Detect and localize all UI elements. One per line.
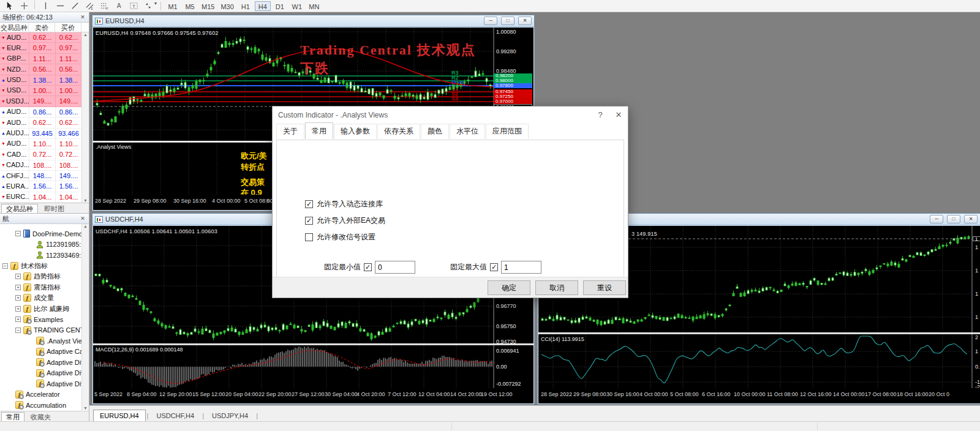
minimize-button[interactable]: ─ <box>484 17 497 25</box>
timeframe-m30[interactable]: M30 <box>218 1 236 11</box>
dialog-tab-1[interactable]: 常用 <box>305 122 333 139</box>
horizontal-line-icon[interactable] <box>53 1 67 11</box>
dialog-tab-6[interactable]: 应用范围 <box>486 124 529 139</box>
navigator-header[interactable]: 航 ✕ <box>0 214 89 224</box>
collapse-icon[interactable]: − <box>15 328 21 333</box>
fixed-max-input[interactable] <box>501 261 541 274</box>
market-row[interactable]: ▼AUD...0.62...0.62... <box>0 118 81 128</box>
tree-item[interactable]: −fTRADING CENTR <box>0 325 81 336</box>
market-row[interactable]: ▼AUD...1.10...1.10... <box>0 139 81 149</box>
expand-icon[interactable]: + <box>15 306 21 312</box>
timeframe-h4[interactable]: H4 <box>255 1 271 11</box>
market-row[interactable]: ▼CADJ...108....108.... <box>0 160 81 171</box>
scroll-down-icon[interactable]: ▼ <box>83 406 88 410</box>
chart-tab-usdjpy-h4[interactable]: USDJPY,H4 <box>205 410 255 421</box>
market-watch-scrollbar[interactable]: ▲▼ <box>81 32 89 203</box>
market-row[interactable]: ▼GBP...1.11...1.11... <box>0 54 81 64</box>
market-row[interactable]: ▲AUDJ...93.44593.466 <box>0 129 81 139</box>
window-titlebar[interactable]: EURUSD,H4 ─ □ ✕ <box>92 15 534 27</box>
navigator-tab-0[interactable]: 常用 <box>1 412 24 421</box>
checkbox-checked[interactable]: ✓ <box>305 217 313 225</box>
tree-item[interactable]: +f震荡指标 <box>0 282 81 293</box>
tree-item[interactable]: f.Analyst View <box>0 335 81 347</box>
column-ask[interactable]: 买价 <box>55 23 81 32</box>
tree-item[interactable]: fAdaptive Div <box>0 378 81 389</box>
maximize-button[interactable]: □ <box>501 17 514 25</box>
chart-tab-eurusd-h4[interactable]: EURUSD,H4 <box>93 410 146 421</box>
tree-item[interactable]: fAccelerator <box>0 389 81 400</box>
market-row[interactable]: ▼NZD...0.56...0.56... <box>0 64 81 75</box>
market-row[interactable]: ▲CHFJ...148....149.... <box>0 171 81 181</box>
market-row[interactable]: ▼USDJ...149....149.... <box>0 96 81 107</box>
dialog-tab-2[interactable]: 输入参数 <box>334 124 377 139</box>
market-watch-header[interactable]: 场报价: 06:42:13 ✕ <box>0 12 89 23</box>
pane-splitter[interactable] <box>93 343 533 345</box>
chart-tab-usdchf-h4[interactable]: USDCHF,H4 <box>149 410 201 421</box>
reset-button[interactable]: 重设 <box>583 280 626 295</box>
arrows-icon[interactable] <box>141 1 155 11</box>
fixed-max-checkbox[interactable]: ✓ <box>490 263 498 271</box>
tree-item[interactable]: fAdaptive Ca <box>0 347 81 358</box>
dialog-tab-3[interactable]: 依存关系 <box>377 124 420 139</box>
close-button[interactable]: ✕ <box>964 215 978 223</box>
tree-item[interactable]: 112391985: D <box>0 239 81 250</box>
dialog-tab-5[interactable]: 水平位 <box>450 124 485 139</box>
timeframe-m15[interactable]: M15 <box>199 1 217 11</box>
timeframe-mn[interactable]: MN <box>306 1 322 11</box>
minimize-button[interactable]: ─ <box>930 215 943 223</box>
crosshair-icon[interactable] <box>17 1 31 11</box>
tree-item[interactable]: −DooPrime-Demo <box>0 228 81 239</box>
scroll-up-icon[interactable]: ▲ <box>83 224 88 228</box>
vertical-line-icon[interactable] <box>39 1 52 11</box>
close-button[interactable]: ✕ <box>609 110 628 119</box>
column-bid[interactable]: 卖价 <box>29 23 55 32</box>
fixed-min-checkbox[interactable]: ✓ <box>364 263 372 271</box>
chevron-down-icon[interactable]: ▾ <box>154 1 157 11</box>
tree-item[interactable]: +f成交量 <box>0 293 81 304</box>
dialog-tab-0[interactable]: 关于 <box>276 124 304 139</box>
time-axis[interactable]: 5 Sep 20228 Sep 04:0012 Sep 20:0015 Sep … <box>93 388 533 403</box>
market-row[interactable]: ▲AUD...0.86...0.86... <box>0 107 81 118</box>
help-button[interactable]: ? <box>591 110 609 119</box>
expand-icon[interactable]: + <box>15 285 21 290</box>
expand-icon[interactable]: + <box>15 295 21 301</box>
checkbox-unchecked[interactable] <box>305 233 313 241</box>
text-label-icon[interactable]: T <box>127 1 140 11</box>
timeframe-m1[interactable]: M1 <box>165 1 181 11</box>
market-watch-tab-0[interactable]: 交易品种 <box>1 204 38 213</box>
tree-item[interactable]: fAdaptive Div <box>0 357 81 368</box>
market-watch-tab-1[interactable]: 即时图 <box>39 204 69 213</box>
expand-icon[interactable]: + <box>15 274 21 279</box>
trendline-icon[interactable] <box>68 1 81 11</box>
tree-item[interactable]: +f比尔 威廉姆 <box>0 304 81 315</box>
fixed-min-input[interactable] <box>375 261 415 274</box>
market-row[interactable]: ▲USD...1.38...1.38... <box>0 75 81 86</box>
tree-item[interactable]: fAccumulation <box>0 400 81 410</box>
equidistant-channel-icon[interactable]: E <box>83 1 96 11</box>
tree-item[interactable]: 112393469: D <box>0 250 81 261</box>
market-row[interactable]: ▲EURA...1.56...1.56... <box>0 181 81 192</box>
navigator-tab-1[interactable]: 收藏夹 <box>26 412 56 421</box>
market-row[interactable]: ▼USD...1.00...1.00... <box>0 86 81 96</box>
maximize-button[interactable]: □ <box>947 215 960 223</box>
tree-item[interactable]: +fExamples <box>0 314 81 325</box>
collapse-icon[interactable]: − <box>2 263 8 269</box>
market-row[interactable]: ▼CAD...0.72...0.72... <box>0 149 81 160</box>
text-icon[interactable]: A <box>112 1 126 11</box>
close-button[interactable]: ✕ <box>518 17 532 25</box>
scroll-down-icon[interactable]: ▼ <box>83 198 88 203</box>
market-row[interactable]: ▼EURC...1.04...1.04... <box>0 192 81 203</box>
navigator-scrollbar[interactable]: ▲▼ <box>81 224 89 410</box>
timeframe-m5[interactable]: M5 <box>182 1 198 11</box>
timeframe-d1[interactable]: D1 <box>272 1 288 11</box>
fibonacci-icon[interactable]: F <box>97 1 111 11</box>
pane-splitter[interactable] <box>538 332 980 334</box>
tree-item[interactable]: fAdaptive Div <box>0 368 81 379</box>
expand-icon[interactable]: + <box>15 317 21 322</box>
ok-button[interactable]: 确定 <box>488 280 530 295</box>
time-axis[interactable]: 28 Sep 202229 Sep 08:0030 Sep 16:004 Oct… <box>538 388 980 403</box>
checkbox-checked[interactable]: ✓ <box>305 200 313 208</box>
close-icon[interactable]: ✕ <box>79 216 86 222</box>
close-icon[interactable]: ✕ <box>79 14 86 20</box>
dialog-tab-4[interactable]: 颜色 <box>421 124 449 139</box>
